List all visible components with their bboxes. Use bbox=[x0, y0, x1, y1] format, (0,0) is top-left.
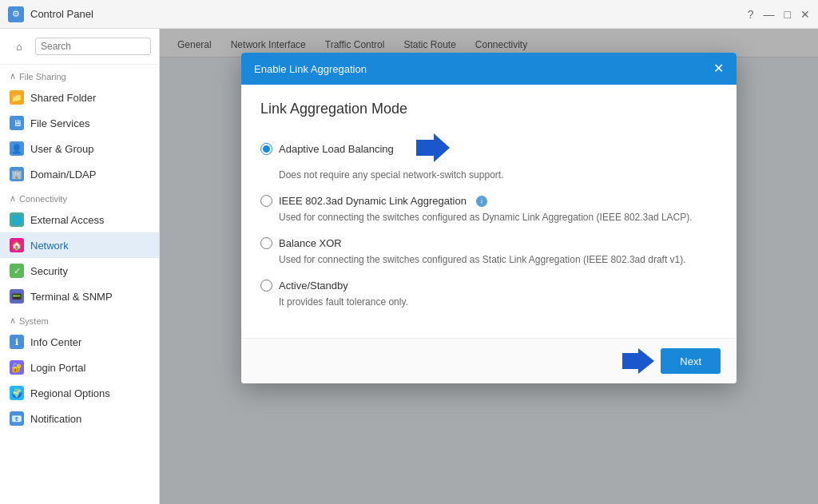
sidebar-item-domain-ldap[interactable]: 🏢 Domain/LDAP bbox=[0, 161, 159, 187]
domain-ldap-icon: 🏢 bbox=[10, 167, 24, 181]
dialog-footer: Next bbox=[241, 338, 737, 383]
sidebar-item-file-services[interactable]: 🖥 File Services bbox=[0, 110, 159, 136]
user-group-icon: 👤 bbox=[10, 141, 24, 156]
search-input[interactable] bbox=[35, 38, 151, 55]
section-header-connectivity[interactable]: ∧ Connectivity bbox=[0, 187, 159, 207]
radio-option-adaptive: Adaptive Load Balancing Does not require… bbox=[260, 133, 717, 182]
regional-options-icon: 🌍 bbox=[10, 386, 24, 400]
adaptive-arrow-icon bbox=[408, 133, 450, 165]
login-portal-icon: 🔐 bbox=[10, 360, 24, 375]
section-header-system[interactable]: ∧ System bbox=[0, 309, 159, 329]
chevron-up-icon: ∧ bbox=[10, 71, 16, 81]
shared-folder-icon: 📁 bbox=[10, 90, 24, 105]
notification-icon: 📧 bbox=[10, 411, 24, 426]
dialog-section-title: Link Aggregation Mode bbox=[260, 101, 717, 117]
balance-xor-description: Used for connecting the switches configu… bbox=[279, 252, 717, 267]
modal-overlay: Enable Link Aggregation ✕ Link Aggregati… bbox=[160, 29, 818, 504]
link-aggregation-dialog: Enable Link Aggregation ✕ Link Aggregati… bbox=[241, 53, 737, 383]
sidebar-item-network[interactable]: 🏠 Network bbox=[0, 232, 159, 258]
minimize-button[interactable]: — bbox=[764, 8, 775, 21]
radio-option-active-standby: Active/Standby It provides fault toleran… bbox=[260, 280, 717, 309]
dialog-header: Enable Link Aggregation ✕ bbox=[241, 53, 737, 85]
radio-ieee8023ad[interactable] bbox=[260, 195, 272, 207]
radio-label-adaptive[interactable]: Adaptive Load Balancing bbox=[260, 133, 717, 165]
info-center-icon: ℹ bbox=[10, 335, 24, 349]
radio-active-standby[interactable] bbox=[260, 280, 272, 292]
dialog-header-title: Enable Link Aggregation bbox=[254, 63, 367, 75]
main-content: General Network Interface Traffic Contro… bbox=[160, 29, 818, 504]
sidebar-item-notification[interactable]: 📧 Notification bbox=[0, 406, 159, 431]
window-controls[interactable]: ? — □ ✕ bbox=[748, 8, 810, 21]
help-button[interactable]: ? bbox=[748, 8, 754, 21]
home-icon[interactable]: ⌂ bbox=[8, 35, 30, 58]
chevron-up-icon-sys: ∧ bbox=[10, 315, 16, 326]
maximize-button[interactable]: □ bbox=[784, 8, 791, 21]
ieee-info-icon[interactable]: i bbox=[476, 196, 487, 207]
app-body: ⌂ ∧ File Sharing 📁 Shared Folder 🖥 File … bbox=[0, 29, 818, 504]
sidebar-item-login-portal[interactable]: 🔐 Login Portal bbox=[0, 355, 159, 380]
title-bar: ⚙ Control Panel ? — □ ✕ bbox=[0, 0, 818, 29]
radio-option-ieee8023ad: IEEE 802.3ad Dynamic Link Aggregation i … bbox=[260, 195, 717, 224]
network-icon: 🏠 bbox=[10, 238, 24, 252]
sidebar-item-info-center[interactable]: ℹ Info Center bbox=[0, 329, 159, 355]
adaptive-description: Does not require any special network-swi… bbox=[279, 168, 717, 182]
sidebar-item-terminal-snmp[interactable]: 📟 Terminal & SNMP bbox=[0, 284, 159, 309]
ieee8023ad-description: Used for connecting the switches configu… bbox=[279, 210, 717, 224]
sidebar-item-security[interactable]: ✓ Security bbox=[0, 258, 159, 284]
svg-marker-0 bbox=[416, 133, 450, 162]
dialog-body: Link Aggregation Mode Adaptive Load Bala… bbox=[241, 85, 737, 338]
title-bar-left: ⚙ Control Panel bbox=[8, 6, 93, 22]
sidebar-item-external-access[interactable]: 🌐 External Access bbox=[0, 207, 159, 232]
security-icon: ✓ bbox=[10, 264, 24, 278]
terminal-snmp-icon: 📟 bbox=[10, 289, 24, 304]
close-window-button[interactable]: ✕ bbox=[800, 8, 810, 21]
radio-label-ieee8023ad[interactable]: IEEE 802.3ad Dynamic Link Aggregation i bbox=[260, 195, 717, 207]
sidebar-item-user-group[interactable]: 👤 User & Group bbox=[0, 136, 159, 161]
external-access-icon: 🌐 bbox=[10, 212, 24, 227]
sidebar-item-regional-options[interactable]: 🌍 Regional Options bbox=[0, 380, 159, 406]
next-button[interactable]: Next bbox=[661, 348, 721, 374]
sidebar: ⌂ ∧ File Sharing 📁 Shared Folder 🖥 File … bbox=[0, 29, 160, 504]
svg-marker-1 bbox=[622, 348, 654, 374]
app-icon: ⚙ bbox=[8, 6, 24, 22]
sidebar-search-bar[interactable]: ⌂ bbox=[0, 29, 159, 65]
dialog-close-button[interactable]: ✕ bbox=[713, 62, 724, 75]
radio-adaptive[interactable] bbox=[260, 143, 272, 155]
next-arrow-indicator bbox=[616, 348, 654, 374]
radio-option-balance-xor: Balance XOR Used for connecting the swit… bbox=[260, 237, 717, 267]
active-standby-description: It provides fault tolerance only. bbox=[279, 295, 717, 309]
radio-label-active-standby[interactable]: Active/Standby bbox=[260, 280, 717, 292]
file-services-icon: 🖥 bbox=[10, 116, 24, 130]
radio-label-balance-xor[interactable]: Balance XOR bbox=[260, 237, 717, 249]
app-title: Control Panel bbox=[30, 8, 93, 20]
radio-balance-xor[interactable] bbox=[260, 237, 272, 249]
chevron-up-icon-conn: ∧ bbox=[10, 193, 16, 204]
sidebar-item-shared-folder[interactable]: 📁 Shared Folder bbox=[0, 85, 159, 110]
section-header-file-sharing[interactable]: ∧ File Sharing bbox=[0, 65, 159, 85]
